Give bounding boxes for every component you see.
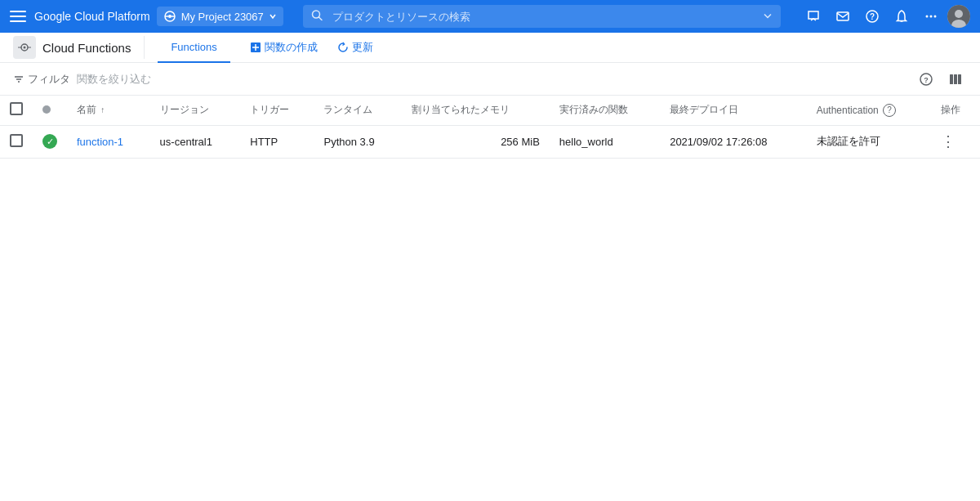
header-memory[interactable]: 割り当てられたメモリ <box>402 96 549 125</box>
chat-button[interactable] <box>800 3 826 29</box>
header-name[interactable]: 名前 ↑ <box>67 96 150 125</box>
table-help-icon[interactable]: ? <box>915 68 938 91</box>
product-logo: Cloud Functions <box>13 36 145 59</box>
row-executed: hello_world <box>550 125 660 158</box>
brand-title: Google Cloud Platform <box>34 10 150 23</box>
svg-point-1 <box>168 15 172 18</box>
help-button[interactable]: ? <box>859 3 885 29</box>
svg-point-14 <box>955 10 963 18</box>
table-header-row: 名前 ↑ リージョン トリガー ランタイム 割り当てられたメモリ 実行済みの関数… <box>0 96 980 125</box>
svg-rect-6 <box>837 12 849 20</box>
column-density-button[interactable] <box>944 68 967 91</box>
header-trigger[interactable]: トリガー <box>240 96 314 125</box>
row-trigger: HTTP <box>240 125 314 158</box>
tab-actions: 関数の作成 更新 <box>243 37 380 58</box>
filter-placeholder[interactable]: 関数を絞り込む <box>77 72 151 87</box>
svg-text:?: ? <box>870 12 875 21</box>
auth-help-icon[interactable]: ? <box>883 104 896 117</box>
filter-right: ? <box>915 68 967 91</box>
nav-left: Google Cloud Platform <box>10 8 150 25</box>
sort-ascending-icon[interactable]: ↑ <box>100 105 105 114</box>
svg-line-5 <box>318 17 322 20</box>
svg-rect-31 <box>958 74 961 84</box>
header-checkbox-cell <box>0 96 33 125</box>
nav-right: ? <box>800 3 970 29</box>
search-bar <box>303 5 781 28</box>
project-icon <box>163 10 176 23</box>
search-icon <box>311 10 323 24</box>
functions-table: 名前 ↑ リージョン トリガー ランタイム 割り当てられたメモリ 実行済みの関数… <box>0 96 980 159</box>
row-checkbox[interactable] <box>10 134 23 147</box>
search-expand-icon[interactable] <box>763 11 773 23</box>
function-name-link[interactable]: function-1 <box>77 136 123 148</box>
refresh-icon <box>337 42 349 53</box>
svg-text:?: ? <box>924 76 929 84</box>
svg-point-18 <box>24 47 26 49</box>
create-function-button[interactable]: 関数の作成 <box>243 37 324 58</box>
row-checkbox-cell <box>0 125 33 158</box>
search-input[interactable] <box>303 5 781 28</box>
row-memory: 256 MiB <box>402 125 549 158</box>
filter-button[interactable]: フィルタ <box>13 72 70 87</box>
row-runtime: Python 3.9 <box>314 125 402 158</box>
header-auth[interactable]: Authentication ? <box>807 96 931 125</box>
avatar[interactable] <box>947 5 970 28</box>
svg-rect-29 <box>950 74 953 84</box>
row-more-button[interactable]: ⋮ <box>941 134 970 149</box>
select-all-checkbox[interactable] <box>10 102 23 115</box>
header-actions: 操作 <box>931 96 980 125</box>
row-auth: 未認証を許可 <box>807 125 931 158</box>
header-deployed[interactable]: 最終デプロイ日 <box>660 96 807 125</box>
top-navigation: Google Cloud Platform My Project 23067 <box>0 0 980 33</box>
filter-label: フィルタ <box>28 72 70 87</box>
tab-functions[interactable]: Functions <box>158 33 229 63</box>
header-status-indicator <box>42 105 51 114</box>
header-status-cell <box>33 96 67 125</box>
row-actions-cell: ⋮ <box>931 125 980 158</box>
more-button[interactable] <box>918 3 944 29</box>
refresh-button[interactable]: 更新 <box>331 37 380 58</box>
filter-left: フィルタ 関数を絞り込む <box>13 72 151 87</box>
header-region[interactable]: リージョン <box>150 96 241 125</box>
row-status-cell: ✓ <box>33 125 67 158</box>
table-row: ✓ function-1 us-central1 HTTP Python 3.9… <box>0 125 980 158</box>
header-runtime[interactable]: ランタイム <box>314 96 402 125</box>
product-name: Cloud Functions <box>42 41 131 55</box>
filter-row: フィルタ 関数を絞り込む ? <box>0 63 980 96</box>
svg-point-12 <box>934 16 937 18</box>
row-region: us-central1 <box>150 125 241 158</box>
cloud-functions-logo <box>13 36 36 59</box>
project-name: My Project 23067 <box>181 11 264 23</box>
svg-rect-30 <box>954 74 957 84</box>
menu-icon[interactable] <box>10 8 26 25</box>
row-status-success: ✓ <box>42 134 57 149</box>
header-executed[interactable]: 実行済みの関数 <box>550 96 660 125</box>
notification-button[interactable] <box>889 3 915 29</box>
svg-point-11 <box>930 16 933 18</box>
add-icon <box>250 42 261 53</box>
email-button[interactable] <box>830 3 856 29</box>
svg-point-10 <box>926 16 929 18</box>
secondary-navigation: Cloud Functions Functions 関数の作成 更新 <box>0 33 980 63</box>
row-deployed: 2021/09/02 17:26:08 <box>660 125 807 158</box>
chevron-down-icon <box>269 12 277 20</box>
project-selector[interactable]: My Project 23067 <box>157 7 283 26</box>
row-name: function-1 <box>67 125 150 158</box>
filter-icon <box>13 74 24 85</box>
